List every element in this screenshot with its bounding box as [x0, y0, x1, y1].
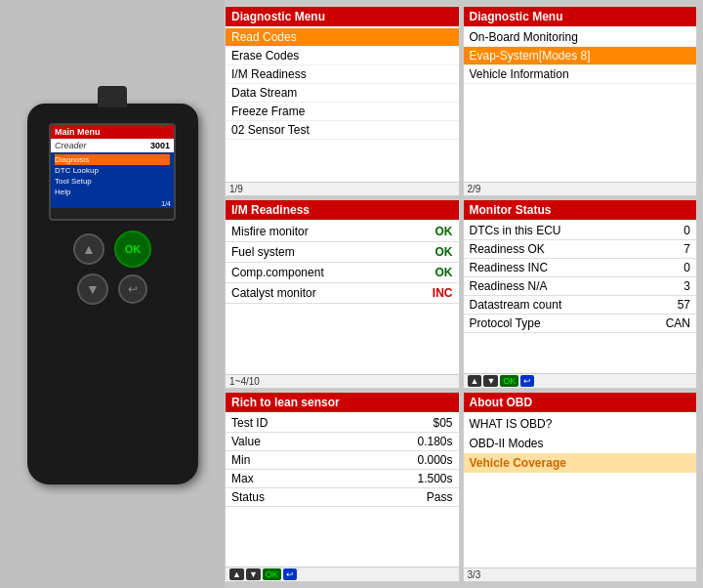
panel-about-obd: About OBD WHAT IS OBD? OBD-II Modes Vehi…	[463, 392, 698, 582]
up-button[interactable]: ▲	[73, 233, 104, 265]
monitor-nav-ok[interactable]: OK	[500, 375, 518, 387]
screen-model: 3001	[150, 141, 170, 150]
monitor-readok-value: 7	[683, 242, 690, 256]
diag2-item-vehicleinfo[interactable]: Vehicle Information	[464, 65, 697, 84]
aboutobd-item-whatisobd[interactable]: WHAT IS OBD?	[464, 414, 697, 434]
panel-aboutobd-body: WHAT IS OBD? OBD-II Modes Vehicle Covera…	[464, 412, 697, 567]
aboutobd-page: 3/3	[468, 569, 481, 580]
device-area: Main Menu Creader 3001 Diagnosis DTC Loo…	[0, 0, 225, 588]
sensor-status-label: Status	[231, 490, 265, 504]
im-fuel-value: OK	[435, 245, 453, 259]
panel-im-header: I/M Readiness	[226, 200, 459, 220]
im-catalyst-value: INC	[433, 286, 453, 300]
panel-im-footer: 1~4/10	[226, 374, 459, 388]
diag1-item-imreadiness[interactable]: I/M Readiness	[226, 65, 459, 84]
screen-menu-item-toolsetup[interactable]: Tool Setup	[55, 176, 170, 187]
diag1-item-o2sensor[interactable]: 02 Sensor Test	[226, 121, 459, 140]
diag1-item-readcodes[interactable]: Read Codes	[226, 28, 459, 47]
monitor-readinc-value: 0	[683, 261, 690, 274]
diag1-item-erasecodes[interactable]: Erase Codes	[226, 47, 459, 65]
sensor-testid-value: $05	[433, 416, 452, 430]
sensor-row-status: Status Pass	[226, 488, 459, 507]
monitor-readinc-label: Readiness INC	[470, 261, 549, 274]
panel-rich-lean: Rich to lean sensor Test ID $05 Value 0.…	[225, 392, 460, 582]
panel-diag2-footer: 2/9	[464, 182, 697, 195]
panel-monitor-footer: ▲ ▼ OK ↩	[464, 373, 697, 388]
back-button[interactable]: ↩	[118, 274, 147, 304]
monitor-nav-down[interactable]: ▼	[483, 375, 498, 387]
im-row-fuel: Fuel system OK	[226, 242, 459, 263]
im-row-misfire: Misfire monitor OK	[226, 222, 459, 242]
panel-monitor-header: Monitor Status	[464, 200, 697, 220]
richlean-nav-up[interactable]: ▲	[229, 568, 244, 580]
panel-aboutobd-footer: 3/3	[464, 567, 697, 581]
richlean-nav-back[interactable]: ↩	[283, 568, 297, 580]
sensor-max-value: 1.500s	[417, 472, 452, 485]
richlean-nav-ok[interactable]: OK	[263, 568, 281, 580]
monitor-dscount-value: 57	[678, 298, 690, 312]
monitor-protocol-value: CAN	[666, 316, 690, 330]
aboutobd-item-coverage[interactable]: Vehicle Coverage	[464, 453, 697, 473]
panel-richlean-body: Test ID $05 Value 0.180s Min 0.000s Max …	[226, 412, 459, 567]
monitor-row-readna: Readiness N/A 3	[464, 277, 697, 296]
diag2-item-onboard[interactable]: On-Board Monitoring	[464, 28, 697, 47]
down-button[interactable]: ▼	[77, 273, 108, 305]
screen-menu-item-diagnosis[interactable]: Diagnosis	[55, 154, 170, 165]
monitor-row-dscount: Datastream count 57	[464, 296, 697, 315]
btn-row-up: ▲ OK	[73, 231, 151, 268]
panel-diag1-header: Diagnostic Menu	[226, 7, 459, 26]
diag1-item-datastream[interactable]: Data Stream	[226, 84, 459, 103]
sensor-value-value: 0.180s	[417, 435, 452, 448]
device-buttons: ▲ OK ▼ ↩	[73, 231, 151, 305]
sensor-row-testid: Test ID $05	[226, 414, 459, 433]
panel-diag2-header: Diagnostic Menu	[464, 7, 697, 26]
btn-row-down: ▼ ↩	[77, 273, 147, 305]
im-misfire-label: Misfire monitor	[231, 225, 309, 238]
screen-menu-item-dtc[interactable]: DTC Lookup	[55, 165, 170, 176]
monitor-dtcs-label: DTCs in this ECU	[470, 224, 561, 237]
panel-monitor-status: Monitor Status DTCs in this ECU 0 Readin…	[463, 199, 698, 390]
monitor-dtcs-value: 0	[683, 224, 690, 237]
sensor-status-value: Pass	[427, 490, 453, 504]
obd-device: Main Menu Creader 3001 Diagnosis DTC Loo…	[27, 104, 198, 484]
sensor-max-label: Max	[231, 472, 254, 485]
diag1-item-freezeframe[interactable]: Freeze Frame	[226, 103, 459, 121]
monitor-readna-value: 3	[683, 279, 690, 293]
panels-grid: Diagnostic Menu Read Codes Erase Codes I…	[225, 0, 703, 588]
screen-brand-name: Creader	[55, 141, 87, 150]
screen-header: Main Menu	[51, 125, 174, 139]
sensor-row-min: Min 0.000s	[226, 451, 459, 470]
monitor-dscount-label: Datastream count	[470, 298, 562, 312]
panel-im-readiness: I/M Readiness Misfire monitor OK Fuel sy…	[225, 199, 460, 390]
sensor-min-label: Min	[231, 453, 250, 467]
panel-diagnostic-menu-1: Diagnostic Menu Read Codes Erase Codes I…	[225, 6, 460, 196]
monitor-nav-up[interactable]: ▲	[468, 375, 482, 387]
monitor-nav-back[interactable]: ↩	[520, 375, 534, 387]
panel-diag2-body: On-Board Monitoring Evap-System[Modes 8]…	[464, 26, 697, 182]
device-screen: Main Menu Creader 3001 Diagnosis DTC Loo…	[49, 123, 176, 221]
im-comp-value: OK	[435, 266, 453, 279]
sensor-value-label: Value	[231, 435, 261, 448]
sensor-min-value: 0.000s	[417, 453, 452, 467]
im-comp-label: Comp.component	[231, 266, 324, 279]
panel-monitor-body: DTCs in this ECU 0 Readiness OK 7 Readin…	[464, 220, 697, 374]
monitor-row-dtcs: DTCs in this ECU 0	[464, 222, 697, 240]
monitor-readok-label: Readiness OK	[470, 242, 545, 256]
screen-brand-row: Creader 3001	[51, 139, 174, 152]
diag2-item-evap[interactable]: Evap-System[Modes 8]	[464, 47, 697, 65]
sensor-testid-label: Test ID	[231, 416, 268, 430]
panel-richlean-footer: ▲ ▼ OK ↩	[226, 567, 459, 581]
screen-menu-item-help[interactable]: Help	[55, 187, 170, 197]
panel-diagnostic-menu-2: Diagnostic Menu On-Board Monitoring Evap…	[463, 6, 698, 196]
sensor-row-max: Max 1.500s	[226, 470, 459, 488]
diag1-page: 1/9	[229, 184, 243, 194]
richlean-nav-down[interactable]: ▼	[246, 568, 261, 580]
im-page: 1~4/10	[229, 376, 260, 387]
panel-aboutobd-header: About OBD	[464, 393, 697, 412]
im-row-catalyst: Catalyst monitor INC	[226, 283, 459, 304]
panel-im-body: Misfire monitor OK Fuel system OK Comp.c…	[226, 220, 459, 375]
ok-button[interactable]: OK	[114, 231, 151, 268]
aboutobd-item-modes[interactable]: OBD-II Modes	[464, 434, 697, 453]
monitor-protocol-label: Protocol Type	[470, 316, 541, 330]
monitor-footer-nav: ▲ ▼ OK ↩	[468, 375, 535, 387]
